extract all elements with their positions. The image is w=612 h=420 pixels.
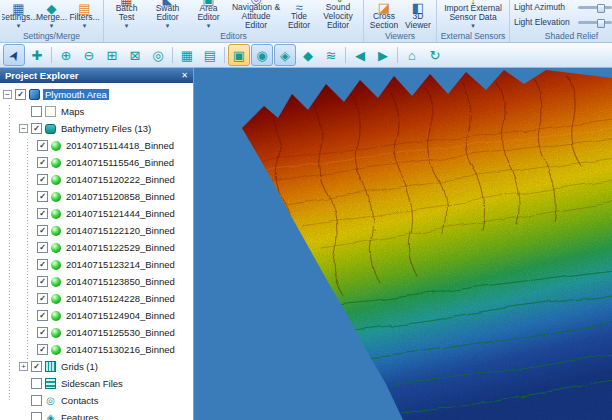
check-mark: ✓: [33, 362, 40, 371]
zoom-in-button[interactable]: ⊕: [55, 44, 77, 66]
tree-guide-line: [9, 105, 10, 401]
merge-button[interactable]: ◆ Merge... ▾: [35, 0, 68, 30]
checkbox[interactable]: ✓: [31, 361, 42, 372]
tree-item-label: Contacts: [59, 395, 101, 406]
edit-points-button[interactable]: ◉: [251, 44, 273, 66]
checkbox[interactable]: ✓: [15, 89, 26, 100]
nav-attitude-editor-button[interactable]: ◎ Navigation & Attitude Editor: [229, 0, 283, 30]
filters-button[interactable]: ▤ Filters... ▾: [68, 0, 101, 30]
checkbox[interactable]: ✓: [37, 174, 48, 185]
next-view-icon: ▶: [378, 48, 388, 63]
checkbox[interactable]: ✓: [37, 293, 48, 304]
accept-points-button[interactable]: ◆: [297, 44, 319, 66]
map-viewport[interactable]: [194, 68, 612, 420]
tree-item-label: 20140715115546_Binned: [64, 157, 176, 168]
tree-item-label: 20140715121444_Binned: [64, 208, 177, 219]
tree-item-grids[interactable]: + ✓ Grids (1): [3, 358, 193, 375]
expander-icon[interactable]: −: [3, 90, 12, 99]
tree-item-contacts[interactable]: ◎ Contacts: [3, 392, 193, 409]
next-view-button[interactable]: ▶: [372, 44, 394, 66]
checkbox[interactable]: ✓: [37, 225, 48, 236]
pointer-tool-button[interactable]: ➤: [3, 44, 25, 66]
tree-item-bathy-file[interactable]: ✓ 20140715123214_Binned: [3, 256, 193, 273]
import-external-sensor-data-label: Import External Sensor Data: [440, 4, 506, 22]
toolbar-separator: [51, 47, 52, 63]
checkbox[interactable]: ✓: [37, 259, 48, 270]
zoom-previous-icon: ◎: [152, 48, 163, 63]
tree-item-bathy-file[interactable]: ✓ 20140715114418_Binned: [3, 137, 193, 154]
edit-points-icon: ◉: [256, 48, 267, 63]
checkbox[interactable]: [31, 378, 42, 389]
checkbox[interactable]: ✓: [37, 276, 48, 287]
close-icon[interactable]: ✕: [181, 71, 188, 80]
tree-item-bathy-file[interactable]: ✓ 20140715120858_Binned: [3, 188, 193, 205]
checkbox[interactable]: ✓: [37, 191, 48, 202]
slider-thumb[interactable]: [597, 19, 605, 28]
edit-area-button[interactable]: ▣: [228, 44, 250, 66]
swath-editor-button[interactable]: ◣ Swath Editor ▾: [147, 0, 188, 30]
tree-item-plymouth-area[interactable]: − ✓ Plymouth Area: [3, 86, 193, 103]
tide-editor-button[interactable]: ≈ Tide Editor: [283, 0, 315, 30]
pan-tool-button[interactable]: ✚: [26, 44, 48, 66]
ribbon-group-label: External Sensors: [439, 30, 507, 42]
zoom-in-icon: ⊕: [61, 48, 72, 63]
checkbox[interactable]: [31, 395, 42, 406]
slider-thumb[interactable]: [597, 4, 605, 13]
profile-tool-button[interactable]: ≋: [320, 44, 342, 66]
light-elevation-slider[interactable]: [578, 21, 612, 24]
expander-icon[interactable]: +: [19, 362, 28, 371]
filters-label: Filters...: [69, 13, 99, 22]
reject-points-button[interactable]: ◈: [274, 44, 296, 66]
sound-velocity-editor-button[interactable]: ∿ Sound Velocity Editor: [315, 0, 361, 30]
project-explorer-title: Project Explorer: [5, 70, 78, 81]
checkbox[interactable]: ✓: [37, 157, 48, 168]
checkbox[interactable]: ✓: [37, 242, 48, 253]
grid-display-button[interactable]: ▦: [176, 44, 198, 66]
batch-test-button[interactable]: ▦ Batch Test ▾: [106, 0, 147, 30]
cross-section-button[interactable]: ◪ Cross Section: [366, 0, 402, 30]
3d-viewer-button[interactable]: ◧ 3D Viewer: [402, 0, 434, 30]
tree-item-label: Grids (1): [59, 361, 100, 372]
tree-item-bathy-file[interactable]: ✓ 20140715130216_Binned: [3, 341, 193, 358]
import-external-sensor-data-button[interactable]: ↓ Import External Sensor Data ▾: [439, 0, 507, 30]
bathymetry-files-icon: [45, 124, 56, 134]
tree-item-sidescan-files[interactable]: Sidescan Files: [3, 375, 193, 392]
tree-item-bathy-file[interactable]: ✓ 20140715122529_Binned: [3, 239, 193, 256]
tree-item-bathy-file[interactable]: ✓ 20140715124904_Binned: [3, 307, 193, 324]
checkbox[interactable]: [31, 106, 42, 117]
tree-item-bathy-file[interactable]: ✓ 20140715125530_Binned: [3, 324, 193, 341]
bathy-file-icon: [51, 277, 61, 287]
checkbox[interactable]: [31, 412, 42, 420]
home-view-button[interactable]: ⌂: [401, 44, 423, 66]
expander-icon[interactable]: −: [19, 124, 28, 133]
tree-item-bathy-file[interactable]: ✓ 20140715123850_Binned: [3, 273, 193, 290]
checkbox[interactable]: ✓: [37, 344, 48, 355]
tree-item-bathy-file[interactable]: ✓ 20140715124228_Binned: [3, 290, 193, 307]
project-explorer-header[interactable]: Project Explorer ✕: [0, 68, 193, 83]
tree-item-bathymetry-files[interactable]: − ✓ Bathymetry Files (13): [3, 120, 193, 137]
settings-button[interactable]: ▦ Settings... ▾: [2, 0, 35, 30]
checkbox[interactable]: ✓: [37, 208, 48, 219]
checkbox[interactable]: ✓: [37, 310, 48, 321]
refresh-view-button[interactable]: ↻: [424, 44, 446, 66]
checkbox[interactable]: ✓: [31, 123, 42, 134]
bathy-file-icon: [51, 294, 61, 304]
zoom-out-button[interactable]: ⊖: [78, 44, 100, 66]
tree-item-bathy-file[interactable]: ✓ 20140715122120_Binned: [3, 222, 193, 239]
tree-item-bathy-file[interactable]: ✓ 20140715115546_Binned: [3, 154, 193, 171]
zoom-window-button[interactable]: ⊞: [101, 44, 123, 66]
tree-item-features[interactable]: ◈ Features: [3, 409, 193, 420]
light-azimuth-slider[interactable]: [578, 6, 612, 9]
tree-item-bathy-file[interactable]: ✓ 20140715120222_Binned: [3, 171, 193, 188]
zoom-previous-button[interactable]: ◎: [147, 44, 169, 66]
area-editor-button[interactable]: ▣ Area Editor ▾: [188, 0, 229, 30]
tree-item-maps[interactable]: Maps: [3, 103, 193, 120]
dropdown-icon: ▾: [17, 22, 21, 30]
checkbox[interactable]: ✓: [37, 140, 48, 151]
checkbox[interactable]: ✓: [37, 327, 48, 338]
previous-view-button[interactable]: ◀: [349, 44, 371, 66]
shading-display-button[interactable]: ▤: [199, 44, 221, 66]
zoom-extents-button[interactable]: ⊠: [124, 44, 146, 66]
sound-velocity-editor-label: Sound Velocity Editor: [316, 3, 360, 30]
tree-item-bathy-file[interactable]: ✓ 20140715121444_Binned: [3, 205, 193, 222]
